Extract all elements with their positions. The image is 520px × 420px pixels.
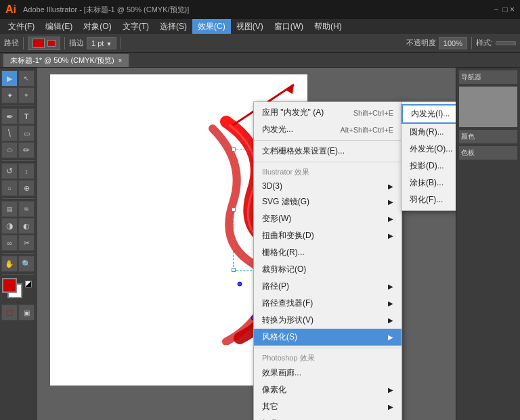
pen-tool[interactable]: ✒ xyxy=(1,108,18,124)
pixelate-arrow-icon: ▶ xyxy=(388,386,393,394)
menu-select[interactable]: 选择(S) xyxy=(154,19,192,34)
scissors-tool[interactable]: ✂ xyxy=(18,235,35,251)
crop-marks-item[interactable]: 裁剪标记(O) xyxy=(254,261,402,278)
select-tool[interactable]: ▶ xyxy=(1,70,18,87)
canvas-area: 应用 "内发光" (A) Shift+Ctrl+E 内发光... Alt+Shi… xyxy=(37,68,456,420)
convert-shape-item[interactable]: 转换为形状(V) ▶ xyxy=(254,312,402,329)
gradient-tool[interactable]: ◑ xyxy=(1,218,18,234)
inner-glow-sub-item[interactable]: 内发光(I)... xyxy=(402,104,456,124)
stroke-box[interactable] xyxy=(28,37,60,50)
svg-filter-arrow-icon: ▶ xyxy=(388,198,393,206)
type-tool[interactable]: T xyxy=(18,108,35,124)
tool-sep-3 xyxy=(2,198,35,199)
pathfinder-item[interactable]: 路径查找器(F) ▶ xyxy=(254,295,402,312)
title-bar: Ai Adobe Illustrator - [未标题-1 @ 50% (CMY… xyxy=(0,0,520,19)
blend-tool[interactable]: ∞ xyxy=(1,235,18,251)
rasterize-label: 栅格化(R)... xyxy=(262,247,305,258)
toolbar-sep3 xyxy=(121,37,121,49)
convert-shape-label: 转换为形状(V) xyxy=(262,314,313,326)
drop-shadow-sub-item[interactable]: 投影(D)... xyxy=(402,158,456,174)
stylize-item[interactable]: 风格化(S) ▶ xyxy=(254,329,402,346)
tool-row-1: ▶ ↖ xyxy=(1,70,35,87)
3d-arrow-icon: ▶ xyxy=(388,183,393,190)
tool-row-9: ◑ ◐ xyxy=(1,218,35,234)
opacity-value[interactable]: 100% xyxy=(439,37,467,49)
inner-glow-shortcut: Alt+Shift+Ctrl+E xyxy=(340,126,393,134)
distort-transform-item[interactable]: 扭曲和变换(D) ▶ xyxy=(254,227,402,244)
rotate-tool[interactable]: ↺ xyxy=(1,163,18,179)
document-tab[interactable]: 未标题-1* @ 50% (CMYK/预览) × xyxy=(3,53,129,67)
pixelate-label: 像素化 xyxy=(262,384,286,396)
path-item[interactable]: 路径(P) ▶ xyxy=(254,278,402,295)
distort-transform-label: 扭曲和变换(D) xyxy=(262,230,314,241)
scribble-sub-label: 涂抹(B)... xyxy=(410,177,443,189)
round-corners-sub-item[interactable]: 圆角(R)... xyxy=(402,124,456,141)
tool-sep-1 xyxy=(2,106,35,106)
navigator-preview[interactable] xyxy=(459,87,517,127)
effect-gallery-item[interactable]: 效果画廊... xyxy=(254,365,402,381)
swap-colors-icon[interactable] xyxy=(25,281,32,287)
zoom-tool[interactable]: 🔍 xyxy=(18,256,35,272)
none-fill-btn[interactable]: □ xyxy=(1,304,18,321)
menu-edit[interactable]: 编辑(E) xyxy=(40,19,78,34)
drop-shadow-sub-label: 投影(D)... xyxy=(410,160,444,172)
menu-window[interactable]: 窗口(W) xyxy=(269,19,309,34)
line-tool[interactable]: \ xyxy=(1,125,18,141)
crop-marks-label: 裁剪标记(O) xyxy=(262,264,306,275)
swatches-panel-header: 色板 xyxy=(459,146,517,160)
graph-tool[interactable]: ▤ xyxy=(1,201,18,217)
tool-row-10: ∞ ✂ xyxy=(1,235,35,251)
tab-bar: 未标题-1* @ 50% (CMYK/预览) × xyxy=(0,53,520,68)
direct-select-tool[interactable]: ↖ xyxy=(18,70,35,87)
3d-item[interactable]: 3D(3) ▶ xyxy=(254,179,402,193)
tab-label: 未标题-1* @ 50% (CMYK/预览) xyxy=(10,55,114,66)
pixelate-item[interactable]: 像素化 ▶ xyxy=(254,381,402,398)
fg-color-swatch[interactable] xyxy=(2,278,17,293)
distort-item[interactable]: 扭曲 ▶ xyxy=(254,415,402,420)
rect-tool[interactable]: ▭ xyxy=(18,125,35,141)
eyedropper-tool[interactable]: ◐ xyxy=(18,218,35,234)
rasterize-item[interactable]: 栅格化(R)... xyxy=(254,244,402,261)
menu-text[interactable]: 文字(T) xyxy=(117,19,154,34)
menu-object[interactable]: 对象(O) xyxy=(78,19,116,34)
warp-tool[interactable]: ⌂ xyxy=(1,180,18,196)
warp-arrow-icon: ▶ xyxy=(388,215,393,223)
pencil-tool[interactable]: ✏ xyxy=(18,142,35,158)
window-controls[interactable]: － □ × xyxy=(492,4,515,16)
inner-glow-item[interactable]: 内发光... Alt+Shift+Ctrl+E xyxy=(254,121,402,138)
other-item[interactable]: 其它 ▶ xyxy=(254,398,402,415)
symbol-tool[interactable]: ⊕ xyxy=(18,180,35,196)
stroke-dropdown[interactable]: 1 pt ▼ xyxy=(87,37,116,49)
magic-wand-tool[interactable]: ✦ xyxy=(1,87,18,103)
doc-raster-settings-item[interactable]: 文档栅格效果设置(E)... xyxy=(254,143,402,160)
pathfinder-label: 路径查找器(F) xyxy=(262,298,313,309)
tab-close-button[interactable]: × xyxy=(118,57,123,64)
apply-inner-glow-item[interactable]: 应用 "内发光" (A) Shift+Ctrl+E xyxy=(254,104,402,121)
color-btn[interactable]: ▣ xyxy=(18,304,35,321)
menu-view[interactable]: 视图(V) xyxy=(231,19,269,34)
menu-file[interactable]: 文件(F) xyxy=(3,19,40,34)
main-area: ▶ ↖ ✦ ⌖ ✒ T \ ▭ ⬭ ✏ ↺ ↕ ⌂ ⊕ ▤ xyxy=(0,68,520,420)
menu-divider-3 xyxy=(254,348,402,348)
color-area xyxy=(2,278,35,302)
style-box[interactable] xyxy=(496,41,516,45)
convert-shape-arrow-icon: ▶ xyxy=(388,317,393,324)
outer-glow-sub-item[interactable]: 外发光(O)... xyxy=(402,141,456,158)
menu-effect[interactable]: 效果(C) xyxy=(192,19,231,34)
menu-divider-2 xyxy=(254,162,402,162)
pathfinder-arrow-icon: ▶ xyxy=(388,300,393,307)
mesh-tool[interactable]: ≋ xyxy=(18,201,35,217)
photoshop-effects-label: Photoshop 效果 xyxy=(254,350,402,365)
hand-tool[interactable]: ✋ xyxy=(1,256,18,272)
scale-tool[interactable]: ↕ xyxy=(18,163,35,179)
svg-filter-item[interactable]: SVG 滤镜(G) ▶ xyxy=(254,193,402,210)
tool-row-2: ✦ ⌖ xyxy=(1,87,35,103)
lasso-tool[interactable]: ⌖ xyxy=(18,87,35,103)
toolbar: 路径 描边 1 pt ▼ 不透明度 100% 样式: xyxy=(0,34,520,53)
ellipse-tool[interactable]: ⬭ xyxy=(1,142,18,158)
doc-raster-settings-label: 文档栅格效果设置(E)... xyxy=(262,145,345,157)
menu-help[interactable]: 帮助(H) xyxy=(309,19,347,34)
feather-sub-item[interactable]: 羽化(F)... xyxy=(402,191,456,208)
scribble-sub-item[interactable]: 涂抹(B)... xyxy=(402,174,456,191)
warp-item[interactable]: 变形(W) ▶ xyxy=(254,210,402,227)
